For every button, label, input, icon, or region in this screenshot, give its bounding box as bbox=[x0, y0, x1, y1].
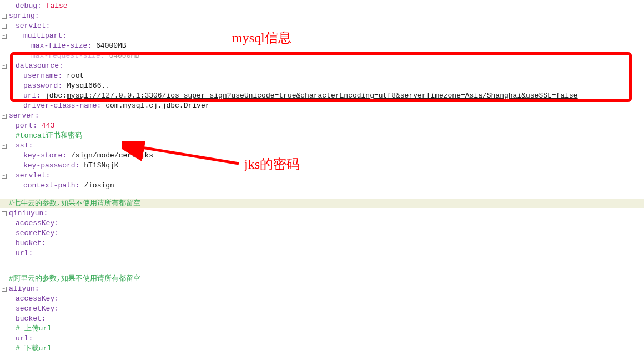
yaml-key: secretKey: bbox=[16, 304, 59, 313]
code-line: qiniuyun: bbox=[0, 208, 644, 218]
fold-icon[interactable] bbox=[2, 211, 7, 216]
code-line: bucket: bbox=[0, 314, 644, 324]
yaml-value: jdbc: bbox=[45, 91, 67, 100]
yaml-value: /iosign bbox=[84, 181, 114, 190]
code-line: debug: false bbox=[0, 1, 644, 11]
yaml-key: key-store: bbox=[23, 151, 67, 160]
yaml-key: url: bbox=[16, 249, 33, 257]
code-line: key-password: hT1SNqjK bbox=[0, 161, 644, 171]
code-line: driver-class-name: com.mysql.cj.jdbc.Dri… bbox=[0, 101, 644, 111]
yaml-value: root bbox=[67, 72, 84, 80]
yaml-value: Mysql666.. bbox=[67, 82, 110, 90]
fold-icon[interactable] bbox=[2, 34, 7, 39]
fold-icon[interactable] bbox=[2, 114, 7, 119]
yaml-key: ssl: bbox=[16, 141, 33, 150]
yaml-key: accessKey: bbox=[16, 219, 59, 227]
code-line: url: jdbc:mysql://127.0.0.1:3306/ios_sup… bbox=[0, 91, 644, 101]
code-line: url: bbox=[0, 334, 644, 344]
jdbc-url: mysql://127.0.0.1:3306/ios_super_sign?us… bbox=[67, 91, 578, 100]
code-line bbox=[0, 191, 644, 199]
yaml-key: port: bbox=[16, 121, 37, 130]
yaml-value: com.mysql.cj.jdbc.Driver bbox=[105, 101, 209, 110]
code-line bbox=[0, 266, 644, 274]
code-line: ssl: bbox=[0, 141, 644, 151]
yaml-comment: #七牛云的参数,如果不使用请所有都留空 bbox=[9, 199, 140, 207]
code-line: multipart: bbox=[0, 31, 644, 41]
yaml-value: 443 bbox=[42, 121, 54, 130]
code-line: username: root bbox=[0, 71, 644, 81]
yaml-key: servlet: bbox=[16, 171, 50, 180]
fold-icon[interactable] bbox=[2, 287, 7, 292]
yaml-key: context-path: bbox=[23, 181, 79, 190]
code-line: datasource: bbox=[0, 61, 644, 71]
yaml-key: url: bbox=[16, 334, 33, 343]
yaml-key: datasource: bbox=[16, 62, 63, 70]
code-line: aliyun: bbox=[0, 284, 644, 294]
yaml-key: aliyun: bbox=[9, 284, 39, 293]
code-line: accessKey: bbox=[0, 294, 644, 304]
yaml-key: max-request-size: bbox=[31, 52, 105, 60]
code-line: accessKey: bbox=[0, 218, 644, 228]
yaml-key: servlet: bbox=[16, 22, 50, 30]
code-line: max-request-size: 64000MB bbox=[0, 51, 644, 61]
fold-icon[interactable] bbox=[2, 144, 7, 149]
yaml-value: false bbox=[46, 2, 68, 10]
code-line: servlet: bbox=[0, 21, 644, 31]
code-line: port: 443 bbox=[0, 121, 644, 131]
yaml-key: url: bbox=[23, 91, 41, 100]
code-line: password: Mysql666.. bbox=[0, 81, 644, 91]
yaml-key: spring: bbox=[9, 12, 39, 20]
yaml-comment: #tomcat证书和密码 bbox=[16, 131, 82, 140]
code-line: server: bbox=[0, 111, 644, 121]
code-line: #tomcat证书和密码 bbox=[0, 131, 644, 141]
code-line: bucket: bbox=[0, 238, 644, 248]
yaml-key: qiniuyun: bbox=[9, 209, 48, 217]
yaml-key: accessKey: bbox=[16, 294, 59, 303]
code-line: secretKey: bbox=[0, 228, 644, 238]
code-line: key-store: /sign/mode/cert.jks bbox=[0, 151, 644, 161]
code-line: #阿里云的参数,如果不使用请所有都留空 bbox=[0, 274, 644, 284]
yaml-key: password: bbox=[23, 82, 62, 90]
code-line: max-file-size: 64000MB bbox=[0, 41, 644, 51]
yaml-value: /sign/mode/cert.jks bbox=[71, 151, 153, 160]
fold-icon[interactable] bbox=[2, 174, 7, 179]
code-line bbox=[0, 258, 644, 266]
fold-icon[interactable] bbox=[2, 24, 7, 29]
yaml-comment: # 下载url bbox=[16, 344, 52, 351]
yaml-value: hT1SNqjK bbox=[84, 161, 118, 170]
yaml-key: bucket: bbox=[16, 239, 46, 247]
yaml-key: max-file-size: bbox=[31, 42, 92, 50]
code-line: # 上传url bbox=[0, 324, 644, 334]
code-line: secretKey: bbox=[0, 304, 644, 314]
yaml-key: username: bbox=[23, 72, 62, 80]
yaml-key: server: bbox=[9, 111, 39, 120]
code-line: # 下载url bbox=[0, 344, 644, 351]
yaml-comment: #阿里云的参数,如果不使用请所有都留空 bbox=[9, 274, 140, 283]
yaml-key: multipart: bbox=[23, 32, 67, 40]
code-line: spring: bbox=[0, 11, 644, 21]
fold-icon[interactable] bbox=[2, 14, 7, 19]
yaml-key: secretKey: bbox=[16, 229, 59, 237]
yaml-value: 64000MB bbox=[109, 52, 139, 60]
code-editor[interactable]: debug: false spring: servlet: multipart:… bbox=[0, 0, 644, 351]
code-line: #七牛云的参数,如果不使用请所有都留空 bbox=[0, 199, 644, 208]
fold-icon[interactable] bbox=[2, 64, 7, 69]
yaml-key: debug: bbox=[16, 2, 42, 10]
yaml-key: key-password: bbox=[23, 161, 79, 170]
code-line: url: bbox=[0, 248, 644, 258]
code-line: servlet: bbox=[0, 171, 644, 181]
code-line: context-path: /iosign bbox=[0, 181, 644, 191]
yaml-value: 64000MB bbox=[96, 42, 127, 50]
yaml-key: bucket: bbox=[16, 314, 46, 323]
yaml-comment: # 上传url bbox=[16, 324, 52, 333]
yaml-key: driver-class-name: bbox=[23, 101, 101, 110]
